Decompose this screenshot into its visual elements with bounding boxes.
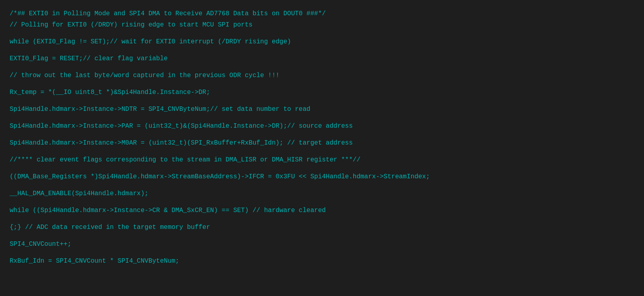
code-line: while (EXTI0_Flag != SET);// wait for EX…	[10, 36, 634, 47]
code-line: // throw out the last byte/word captured…	[10, 70, 634, 81]
code-line: while ((Spi4Handle.hdmarx->Instance->CR …	[10, 205, 634, 216]
code-line	[10, 47, 634, 53]
code-line	[10, 64, 634, 70]
code-line: {;} // ADC data received in the target m…	[10, 222, 634, 233]
code-line: Spi4Handle.hdmarx->Instance->PAR = (uint…	[10, 120, 634, 132]
code-line: __HAL_DMA_ENABLE(Spi4Handle.hdmarx);	[10, 188, 634, 199]
code-line	[10, 98, 634, 104]
code-line: EXTI0_Flag = RESET;// clear flag variabl…	[10, 53, 634, 64]
code-line	[10, 233, 634, 239]
code-line: /*## EXTI0 in Polling Mode and SPI4 DMA …	[10, 8, 634, 19]
code-line	[10, 182, 634, 188]
code-line: Rx_temp = *(__IO uint8_t *)&Spi4Handle.I…	[10, 87, 634, 98]
code-line: Spi4Handle.hdmarx->Instance->M0AR = (uin…	[10, 137, 634, 149]
code-line	[10, 81, 634, 87]
code-line: ((DMA_Base_Registers *)Spi4Handle.hdmarx…	[10, 171, 634, 182]
code-line: Spi4Handle.hdmarx->Instance->NDTR = SPI4…	[10, 104, 634, 115]
code-line: //**** clear event flags corresponding t…	[10, 154, 634, 165]
code-line	[10, 31, 634, 36]
code-line: SPI4_CNVCount++;	[10, 239, 634, 250]
code-line	[10, 250, 634, 255]
code-line	[10, 165, 634, 171]
code-line	[10, 132, 634, 137]
code-line: // Polling for EXTI0 (/DRDY) rising edge…	[10, 19, 634, 31]
code-display: /*## EXTI0 in Polling Mode and SPI4 DMA …	[10, 8, 634, 267]
code-line	[10, 216, 634, 222]
code-line	[10, 149, 634, 154]
code-line	[10, 199, 634, 205]
code-line: RxBuf_Idn = SPI4_CNVCount * SPI4_CNVByte…	[10, 255, 634, 267]
code-line	[10, 115, 634, 120]
